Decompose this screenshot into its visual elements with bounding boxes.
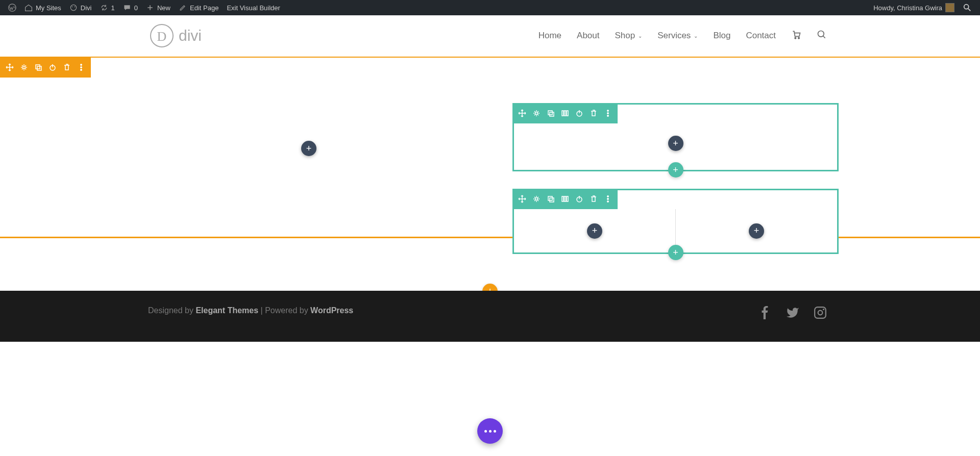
- svg-point-2: [72, 7, 73, 8]
- svg-rect-20: [550, 112, 554, 116]
- edit-page-label: Edit Page: [190, 4, 218, 12]
- admin-search[interactable]: [959, 0, 976, 15]
- svg-point-8: [795, 37, 796, 39]
- more-icon: [484, 430, 496, 433]
- nav-contact[interactable]: Contact: [746, 31, 776, 41]
- svg-rect-31: [562, 196, 564, 201]
- svg-point-36: [607, 198, 609, 200]
- svg-rect-21: [562, 111, 564, 116]
- wp-logo[interactable]: [4, 0, 20, 15]
- duplicate-icon[interactable]: [546, 109, 555, 118]
- svg-point-39: [818, 311, 823, 315]
- svg-rect-33: [567, 196, 568, 201]
- gear-icon[interactable]: [532, 194, 541, 204]
- svg-rect-29: [548, 196, 552, 200]
- more-icon[interactable]: [603, 194, 612, 204]
- exit-vb-label: Exit Visual Builder: [227, 4, 280, 12]
- add-module-button[interactable]: +: [749, 223, 764, 239]
- power-icon[interactable]: [575, 194, 584, 204]
- builder-row-1: + +: [512, 103, 839, 171]
- main-nav: Home About Shop⌄ Services⌄ Blog Contact: [538, 30, 827, 42]
- footer-social: [758, 306, 827, 321]
- wp-admin-bar: My Sites Divi 1 0 New Edit Page Exit Vis…: [0, 0, 980, 15]
- user-avatar: [945, 3, 954, 12]
- move-icon[interactable]: [518, 194, 527, 204]
- svg-rect-32: [565, 196, 566, 201]
- move-icon[interactable]: [518, 109, 527, 118]
- comments-link[interactable]: 0: [119, 0, 142, 15]
- svg-text:divi: divi: [179, 27, 202, 44]
- svg-point-37: [607, 201, 609, 202]
- updates-count: 1: [111, 4, 115, 12]
- my-sites-link[interactable]: My Sites: [20, 0, 65, 15]
- add-module-button[interactable]: +: [587, 223, 602, 239]
- site-logo[interactable]: Ddivi: [148, 22, 212, 50]
- row-toolbar: [512, 103, 618, 123]
- power-icon[interactable]: [575, 109, 584, 118]
- builder-row-2: + + +: [512, 189, 839, 254]
- duplicate-icon[interactable]: [546, 194, 555, 204]
- twitter-icon[interactable]: [786, 306, 799, 321]
- trash-icon[interactable]: [589, 194, 598, 204]
- more-icon[interactable]: [77, 63, 86, 72]
- svg-rect-23: [567, 111, 568, 116]
- row-toolbar: [512, 189, 618, 209]
- svg-rect-30: [550, 198, 554, 202]
- nav-about[interactable]: About: [577, 31, 599, 41]
- svg-point-3: [74, 7, 75, 8]
- facebook-icon[interactable]: [758, 306, 772, 321]
- trash-icon[interactable]: [62, 63, 71, 72]
- columns-icon[interactable]: [560, 109, 570, 118]
- site-name-link[interactable]: Divi: [65, 0, 96, 15]
- nav-blog[interactable]: Blog: [713, 31, 730, 41]
- gear-icon[interactable]: [532, 109, 541, 118]
- svg-text:D: D: [157, 29, 167, 44]
- trash-icon[interactable]: [589, 109, 598, 118]
- site-footer: Designed by Elegant Themes | Powered by …: [0, 291, 980, 342]
- edit-page-link[interactable]: Edit Page: [175, 0, 223, 15]
- elegant-themes-link[interactable]: Elegant Themes: [195, 306, 258, 315]
- exit-visual-builder-link[interactable]: Exit Visual Builder: [223, 0, 284, 15]
- svg-point-25: [607, 110, 609, 112]
- new-label: New: [157, 4, 170, 12]
- svg-rect-19: [548, 111, 552, 115]
- svg-point-26: [607, 113, 609, 114]
- footer-credits: Designed by Elegant Themes | Powered by …: [148, 306, 353, 315]
- add-row-button[interactable]: +: [668, 162, 683, 178]
- gear-icon[interactable]: [19, 63, 29, 72]
- svg-point-9: [798, 37, 800, 39]
- svg-point-11: [23, 66, 26, 69]
- nav-shop[interactable]: Shop⌄: [615, 31, 642, 41]
- new-link[interactable]: New: [142, 0, 175, 15]
- add-module-button[interactable]: +: [301, 141, 316, 156]
- svg-point-35: [607, 196, 609, 197]
- site-header: Ddivi Home About Shop⌄ Services⌄ Blog Co…: [0, 15, 980, 56]
- instagram-icon[interactable]: [814, 306, 827, 321]
- nav-home[interactable]: Home: [538, 31, 561, 41]
- columns-icon[interactable]: [560, 194, 570, 204]
- chevron-down-icon: ⌄: [694, 33, 698, 39]
- howdy-label: Howdy, Christina Gwira: [873, 4, 942, 12]
- svg-rect-22: [565, 111, 566, 116]
- svg-point-4: [964, 5, 969, 9]
- svg-point-17: [81, 69, 82, 71]
- cart-icon[interactable]: [791, 30, 801, 42]
- search-icon[interactable]: [817, 30, 827, 42]
- power-icon[interactable]: [48, 63, 57, 72]
- builder-settings-fab[interactable]: [477, 418, 503, 444]
- duplicate-icon[interactable]: [34, 63, 43, 72]
- svg-rect-13: [37, 66, 41, 70]
- nav-services[interactable]: Services⌄: [657, 31, 698, 41]
- more-icon[interactable]: [603, 109, 612, 118]
- updates-link[interactable]: 1: [96, 0, 119, 15]
- move-icon[interactable]: [5, 63, 14, 72]
- svg-point-18: [535, 112, 538, 115]
- svg-point-15: [81, 64, 82, 66]
- add-row-button[interactable]: +: [668, 245, 683, 260]
- svg-point-16: [81, 67, 82, 68]
- svg-point-28: [535, 198, 538, 200]
- wordpress-link[interactable]: WordPress: [310, 306, 353, 315]
- howdy-user[interactable]: Howdy, Christina Gwira: [869, 0, 959, 15]
- add-module-button[interactable]: +: [668, 136, 683, 151]
- svg-point-1: [70, 5, 76, 10]
